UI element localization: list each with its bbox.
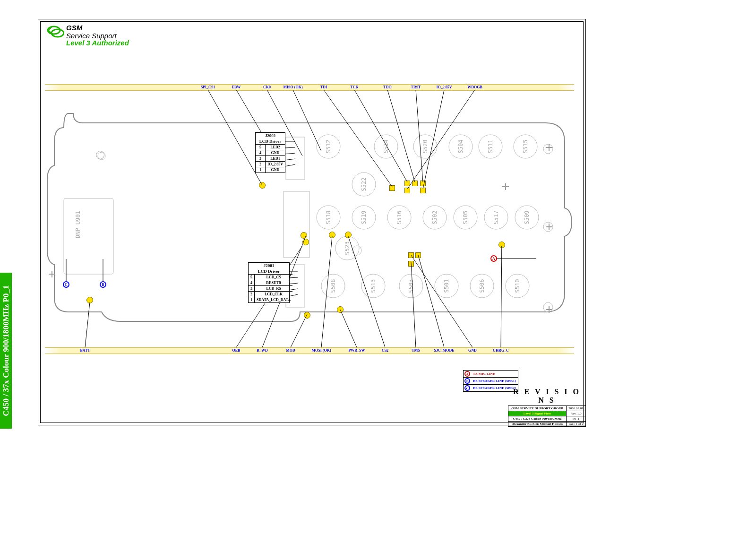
bottom-signal-label: BATT	[80, 348, 90, 353]
revisions-cell: Alexander Buehler, Michael Hansen	[508, 422, 567, 427]
left-title-spine: C450 / 37x Colour 900/1800MHz P0_1	[0, 273, 12, 429]
connector-signal: LCD_CS	[255, 275, 293, 280]
revisions-cell: C450 / C37x Colour 900/1800MHz	[508, 416, 567, 422]
legend-marker-icon: C	[464, 385, 470, 391]
fiducial-icon	[502, 183, 509, 190]
top-signal-label: TCK	[350, 85, 358, 89]
legend-text: TX MIC LINE	[471, 371, 497, 376]
revisions-cell: GSM SERVICE SUPPORT GROUP	[508, 406, 567, 411]
marker-c: C	[63, 281, 69, 288]
bottom-signal-label: CS2	[382, 348, 388, 353]
testpad	[302, 239, 309, 245]
component-ref: S514	[383, 140, 389, 154]
connector-j2001-table: J2001 LCD Driver 5LCD_CS4RESETB3LCD_RS2L…	[248, 262, 290, 303]
logo-line-gsm: GSM	[66, 24, 129, 32]
component-ref: S503	[408, 279, 414, 293]
component-ref: S520	[422, 140, 429, 154]
top-signal-label: CK0	[263, 85, 271, 89]
component-ref: S508	[330, 279, 336, 293]
fiducial-icon	[546, 224, 552, 230]
component-ref: S519	[361, 211, 367, 224]
connector-signal: SDATA_LCD_DATA	[255, 297, 293, 303]
component-ref: S515	[522, 140, 529, 154]
component-ref: S509	[524, 211, 530, 224]
j2001-title1: J2001	[249, 263, 289, 268]
legend-marker-icon: A	[464, 371, 470, 377]
connector-pin: 2	[249, 292, 255, 297]
top-signal-label: WDOGB	[467, 85, 482, 89]
legend-row: BHS SPEAKER LINE (SPK1)	[464, 378, 518, 385]
j2002-title1: J2002	[256, 133, 285, 138]
connector-pin: 4	[256, 150, 265, 156]
connector-signal: GND	[265, 167, 285, 173]
fiducial-icon	[546, 306, 552, 313]
bottom-signal-label: SJC_MODE	[434, 348, 454, 353]
jtag-pad	[404, 188, 410, 193]
testpad	[337, 306, 344, 313]
bottom-signal-label: GND	[468, 348, 477, 353]
testpad	[86, 297, 93, 303]
legend-row: ATX MIC LINE	[464, 371, 518, 378]
component-ref: S502	[431, 211, 438, 224]
component-ref: S512	[325, 140, 332, 154]
connector-pin: 2	[256, 162, 265, 167]
fiducial-icon	[49, 271, 55, 277]
page: C450 / 37x Colour 900/1800MHz P0_1 GSM S…	[0, 0, 756, 535]
logo-line-level3: Level 3 Authorized	[66, 39, 129, 47]
bottom-signal-label: OEB	[232, 348, 241, 353]
jtag-pad	[420, 188, 426, 193]
component-ref: S511	[487, 140, 494, 154]
bottom-signal-label: R_WD	[257, 348, 268, 353]
marker-a: A	[490, 255, 497, 262]
component-ref: S510	[514, 279, 521, 293]
connector-j2002-table: J2002 LCD Driver 5LED24GND3LED12IO_2.65V…	[255, 132, 285, 173]
revisions-block: R E V I S I O N S GSM SERVICE SUPPORT GR…	[508, 388, 586, 427]
fiducial-icon	[96, 151, 104, 159]
revisions-cell: Level 3 Signal Flow	[508, 411, 567, 416]
jtag-pad	[404, 181, 410, 186]
component-ref: S501	[443, 279, 450, 293]
gsm-logo-text: GSM Service Support Level 3 Authorized	[66, 24, 129, 47]
connector-pin: 1	[256, 167, 265, 173]
top-signal-label: TRST	[411, 85, 421, 89]
bottom-signal-label: MOSI (OK)	[311, 348, 331, 353]
bottom-signal-label: PWR_SW	[348, 348, 365, 353]
bottom-signal-label: CHRG_C	[493, 348, 509, 353]
signal-bar-top	[45, 84, 574, 91]
svg-rect-4	[284, 191, 309, 258]
svg-rect-3	[286, 137, 305, 180]
connector-pin: 4	[249, 280, 255, 286]
component-ref: S505	[462, 211, 469, 224]
component-ref: S513	[370, 279, 377, 293]
jtag-pad	[389, 185, 395, 191]
fiducial-icon	[546, 144, 552, 151]
legend-text: HS SPEAKER LINE (SPK1)	[471, 379, 518, 383]
connector-pin: 5	[249, 275, 255, 280]
jtag-pad	[408, 261, 414, 267]
j2002-title2: LCD Driver	[256, 138, 285, 144]
connector-signal: LCD_RS	[255, 286, 293, 292]
gsm-logo-icon	[47, 24, 64, 39]
bottom-signal-label: MOD	[286, 348, 295, 353]
component-ref: S522	[361, 178, 367, 191]
top-signal-label: TDO	[383, 85, 391, 89]
jtag-pad	[415, 252, 421, 258]
top-signal-label: MISO (OK)	[283, 85, 302, 89]
testpad	[345, 232, 352, 238]
testpad	[259, 182, 266, 189]
connector-signal: GND	[265, 150, 285, 156]
testpad	[329, 232, 335, 238]
component-ref: S506	[479, 279, 485, 293]
svg-rect-2	[64, 198, 113, 274]
testpad	[301, 232, 307, 239]
connector-signal: LCD_CLK	[255, 292, 293, 297]
component-ref: S516	[396, 211, 403, 224]
connector-pin: 5	[256, 145, 265, 150]
j2001-title2: LCD Driver	[249, 268, 289, 274]
connector-pin: 3	[256, 156, 265, 162]
connector-signal: IO_2.65V	[265, 162, 285, 167]
top-signal-label: SPI_CS1	[201, 85, 215, 89]
revisions-table: GSM SERVICE SUPPORT GROUP2003.09.09Level…	[508, 406, 586, 427]
legend-marker-icon: B	[464, 378, 470, 384]
jtag-pad	[412, 181, 418, 186]
